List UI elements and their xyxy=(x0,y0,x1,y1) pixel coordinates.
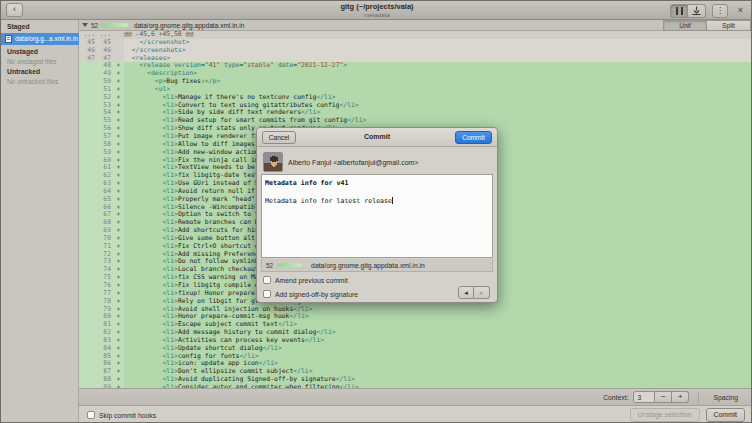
old-line-number xyxy=(79,290,98,298)
commit-message-subject: Metadata info for v41 xyxy=(265,179,489,188)
unstage-selection-button[interactable]: Unstage selection xyxy=(630,408,700,422)
old-line-number xyxy=(79,94,98,102)
old-line-number xyxy=(79,360,98,368)
signoff-checkbox[interactable] xyxy=(263,290,271,298)
separator xyxy=(698,391,699,403)
spacing-button[interactable]: Spacing xyxy=(708,392,743,403)
diff-sign xyxy=(113,31,124,39)
old-line-number xyxy=(79,133,98,141)
context-decrease-button[interactable]: − xyxy=(655,391,672,403)
old-line-number xyxy=(79,141,98,149)
modified-file-icon xyxy=(5,35,12,43)
gitg-window: ‹ gitg (~/projects/vala) metadata ⋮ × St… xyxy=(0,0,752,423)
commit-message-body: Metadata info for latest release xyxy=(265,197,392,205)
staged-file-label: data/org.g...a.xml.in.in xyxy=(15,33,78,45)
old-line-number xyxy=(79,102,98,110)
untracked-section-header: Untracked xyxy=(7,68,40,75)
old-line-number xyxy=(79,353,98,361)
window-title: gitg (~/projects/vala) xyxy=(1,2,752,11)
menu-button[interactable]: ⋮ xyxy=(712,4,728,18)
diff-line[interactable]: 4646 </screenshots> xyxy=(79,47,751,55)
old-line-number xyxy=(79,258,98,266)
old-line-number xyxy=(79,149,98,157)
old-line-number xyxy=(79,62,98,70)
files-view-button[interactable] xyxy=(670,4,688,18)
diff-line-text: </screenshot> xyxy=(124,39,751,47)
old-line-number xyxy=(79,70,98,78)
window-subtitle: metadata xyxy=(1,11,752,18)
chevron-down-icon[interactable] xyxy=(82,23,88,27)
commit-dialog: Cancel Commit Commit Alberto Fanjul <alb… xyxy=(256,127,498,303)
dialog-header: Cancel Commit Commit xyxy=(257,128,497,147)
signoff-option[interactable]: Add signed-off-by signature xyxy=(263,290,358,298)
commit-button[interactable]: Commit xyxy=(706,408,745,422)
old-line-number xyxy=(79,376,98,384)
unstaged-empty-label: No unstaged files xyxy=(7,58,56,65)
old-line-number xyxy=(79,188,98,196)
old-line-number xyxy=(79,172,98,180)
signoff-label: Add signed-off-by signature xyxy=(275,291,358,298)
diff-stat-bar xyxy=(101,23,128,27)
old-line-number xyxy=(79,329,98,337)
split-view-button[interactable]: Split xyxy=(707,20,751,31)
diff-line-text: <p>Bug fixes:</p> xyxy=(124,78,751,86)
close-icon[interactable]: × xyxy=(734,4,747,18)
skip-hooks-checkbox[interactable] xyxy=(87,411,95,419)
context-value-input[interactable]: 3 xyxy=(633,391,655,403)
dialog-added-count: 52 xyxy=(266,262,273,269)
next-message-button[interactable]: ▸ xyxy=(474,286,490,299)
commit-view-button[interactable] xyxy=(688,4,706,18)
old-line-number xyxy=(79,282,98,290)
diff-line[interactable]: 50+ <p>Bug fixes:</p> xyxy=(79,78,751,86)
staged-section-header: Staged xyxy=(7,23,30,30)
diff-sign xyxy=(113,47,124,55)
amend-option[interactable]: Amend previous commit xyxy=(263,276,348,284)
author-avatar[interactable] xyxy=(263,152,283,172)
diff-sign xyxy=(113,39,124,47)
skip-hooks-option[interactable]: Skip commit hooks xyxy=(87,411,156,419)
old-line-number xyxy=(79,235,98,243)
amend-label: Amend previous commit xyxy=(275,277,348,284)
skip-hooks-label: Skip commit hooks xyxy=(99,412,156,419)
dialog-filename: data/org.gnome.gitg.appdata.xml.in.in xyxy=(311,262,425,269)
old-line-number xyxy=(79,266,98,274)
old-line-number xyxy=(79,125,98,133)
untracked-empty-label: No untracked files xyxy=(7,78,58,85)
previous-message-button[interactable]: ◂ xyxy=(458,286,474,299)
old-line-number xyxy=(79,109,98,117)
old-line-number xyxy=(79,345,98,353)
titlebar: ‹ gitg (~/projects/vala) metadata ⋮ × xyxy=(1,1,752,20)
old-line-number xyxy=(79,219,98,227)
amend-checkbox[interactable] xyxy=(263,276,271,284)
diff-file-header[interactable]: 52 data/org.gnome.gitg.appdata.xml.in.in… xyxy=(79,20,751,31)
old-line-number xyxy=(79,243,98,251)
old-line-number xyxy=(79,157,98,165)
diff-line-text: @@ -45,6 +45,58 @@ xyxy=(124,31,751,39)
old-line-number xyxy=(79,211,98,219)
old-line-number xyxy=(79,321,98,329)
commit-message-input[interactable]: Metadata info for v41 Metadata info for … xyxy=(261,174,493,258)
dialog-file-stats-row[interactable]: 52 data/org.gnome.gitg.appdata.xml.in.in xyxy=(261,259,493,272)
old-line-number xyxy=(79,180,98,188)
author-identity: Alberto Fanjul <albertofanjul@gmail.com> xyxy=(288,159,418,166)
old-line-number xyxy=(79,117,98,125)
columns-view-icon xyxy=(676,7,683,15)
context-increase-button[interactable]: + xyxy=(672,391,689,403)
back-button[interactable]: ‹ xyxy=(6,3,23,17)
old-line-number xyxy=(79,86,98,94)
context-label: Context: xyxy=(603,394,628,401)
sidebar-item-staged-file[interactable]: data/org.g...a.xml.in.in xyxy=(1,33,79,45)
text-caret xyxy=(392,197,393,204)
dialog-stat-bar xyxy=(277,263,302,267)
old-line-number xyxy=(79,251,98,259)
dialog-commit-button[interactable]: Commit xyxy=(455,131,492,144)
commit-action-bar: Skip commit hooks Unstage selection Comm… xyxy=(79,405,751,423)
old-line-number xyxy=(79,204,98,212)
old-line-number xyxy=(79,368,98,376)
commit-icon xyxy=(692,6,701,15)
old-line-number xyxy=(79,337,98,345)
unified-view-button[interactable]: Unif xyxy=(663,20,707,31)
context-bar: Context: 3 − + Spacing xyxy=(79,388,751,405)
old-line-number xyxy=(79,306,98,314)
diff-line-text: </screenshots> xyxy=(124,47,751,55)
